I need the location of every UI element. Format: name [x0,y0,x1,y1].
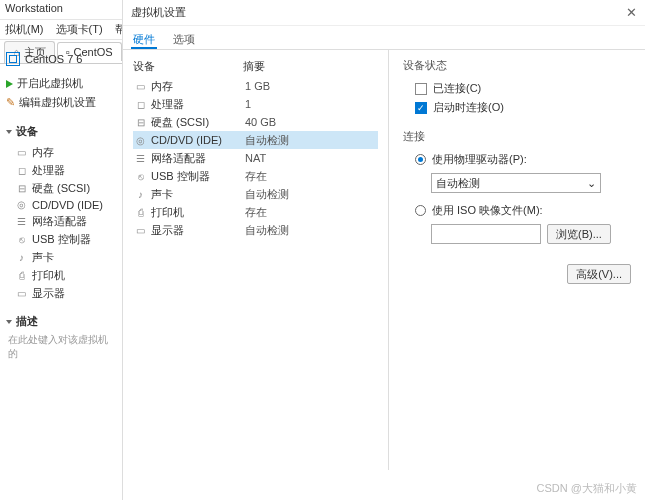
connection-group: 连接 [403,129,631,144]
menu-vm[interactable]: 拟机(M) [5,22,44,37]
usb-icon: ⎋ [16,234,27,245]
use-iso-radio[interactable]: 使用 ISO 映像文件(M): [403,201,631,220]
device-list-header: 设备 摘要 [133,56,378,77]
gear-icon: ✎ [6,96,15,109]
checkbox-icon [415,83,427,95]
edit-settings-link[interactable]: ✎编辑虚拟机设置 [6,93,116,112]
cpu-icon: ◻ [135,99,146,110]
sound-icon: ♪ [135,189,146,200]
devices-header[interactable]: 设备 [6,124,116,139]
close-icon[interactable]: ✕ [626,5,637,20]
disk-icon: ⊟ [135,117,146,128]
row-disk[interactable]: ⊟硬盘 (SCSI)40 GB [133,113,378,131]
row-memory[interactable]: ▭内存1 GB [133,77,378,95]
chevron-down-icon: ⌄ [587,177,596,190]
dialog-body: 设备 摘要 ▭内存1 GB ◻处理器1 ⊟硬盘 (SCSI)40 GB ◎CD/… [123,50,645,470]
advanced-button[interactable]: 高级(V)... [567,264,631,284]
side-dev-memory[interactable]: ▭内存 [6,143,116,161]
play-icon [6,80,13,88]
display-icon: ▭ [16,288,27,299]
net-icon: ☰ [16,216,27,227]
memory-icon: ▭ [135,81,146,92]
memory-icon: ▭ [16,147,27,158]
power-on-link[interactable]: 开启此虚拟机 [6,74,116,93]
vm-icon [6,52,20,66]
printer-icon: ⎙ [135,207,146,218]
use-physical-radio[interactable]: 使用物理驱动器(P): [403,150,631,169]
tab-hardware[interactable]: 硬件 [131,29,157,49]
row-display[interactable]: ▭显示器自动检测 [133,221,378,239]
row-printer[interactable]: ⎙打印机存在 [133,203,378,221]
app-title: Workstation [5,2,63,17]
dialog-titlebar: 虚拟机设置 ✕ [123,0,645,26]
dialog-title: 虚拟机设置 [131,5,186,20]
desc-header[interactable]: 描述 [6,314,116,329]
side-dev-sound[interactable]: ♪声卡 [6,248,116,266]
cd-icon: ◎ [135,135,146,146]
side-dev-disk[interactable]: ⊟硬盘 (SCSI) [6,179,116,197]
display-icon: ▭ [135,225,146,236]
device-list: 设备 摘要 ▭内存1 GB ◻处理器1 ⊟硬盘 (SCSI)40 GB ◎CD/… [123,50,388,470]
iso-path-input[interactable] [431,224,541,244]
browse-button[interactable]: 浏览(B)... [547,224,611,244]
radio-off-icon [415,205,426,216]
usb-icon: ⎋ [135,171,146,182]
device-detail: 设备状态 已连接(C) ✓启动时连接(O) 连接 使用物理驱动器(P): 自动检… [388,50,645,470]
dialog-tabs: 硬件 选项 [123,26,645,50]
side-dev-net[interactable]: ☰网络适配器 [6,212,116,230]
vm-title: CentOS 7 6 [6,48,116,74]
status-group: 设备状态 [403,58,631,73]
side-dev-display[interactable]: ▭显示器 [6,284,116,302]
settings-dialog: 虚拟机设置 ✕ 硬件 选项 设备 摘要 ▭内存1 GB ◻处理器1 ⊟硬盘 (S… [122,0,645,500]
cd-icon: ◎ [16,199,27,210]
tab-options[interactable]: 选项 [171,29,197,49]
row-net[interactable]: ☰网络适配器NAT [133,149,378,167]
caret-icon [6,130,12,134]
sound-icon: ♪ [16,252,27,263]
autoconnect-checkbox[interactable]: ✓启动时连接(O) [403,98,631,117]
watermark: CSDN @大猫和小黄 [537,481,637,496]
side-dev-printer[interactable]: ⎙打印机 [6,266,116,284]
row-usb[interactable]: ⎋USB 控制器存在 [133,167,378,185]
left-pane: CentOS 7 6 开启此虚拟机 ✎编辑虚拟机设置 设备 ▭内存 ◻处理器 ⊟… [0,44,122,500]
row-cd[interactable]: ◎CD/DVD (IDE)自动检测 [133,131,378,149]
physical-drive-select[interactable]: 自动检测⌄ [431,173,601,193]
side-dev-cd[interactable]: ◎CD/DVD (IDE) [6,197,116,212]
side-dev-usb[interactable]: ⎋USB 控制器 [6,230,116,248]
side-dev-cpu[interactable]: ◻处理器 [6,161,116,179]
radio-on-icon [415,154,426,165]
row-sound[interactable]: ♪声卡自动检测 [133,185,378,203]
row-cpu[interactable]: ◻处理器1 [133,95,378,113]
menu-tabs[interactable]: 选项卡(T) [56,22,103,37]
connected-checkbox[interactable]: 已连接(C) [403,79,631,98]
net-icon: ☰ [135,153,146,164]
printer-icon: ⎙ [16,270,27,281]
checkbox-checked-icon: ✓ [415,102,427,114]
disk-icon: ⊟ [16,183,27,194]
caret-icon [6,320,12,324]
desc-placeholder[interactable]: 在此处键入对该虚拟机的 [6,333,116,361]
cpu-icon: ◻ [16,165,27,176]
